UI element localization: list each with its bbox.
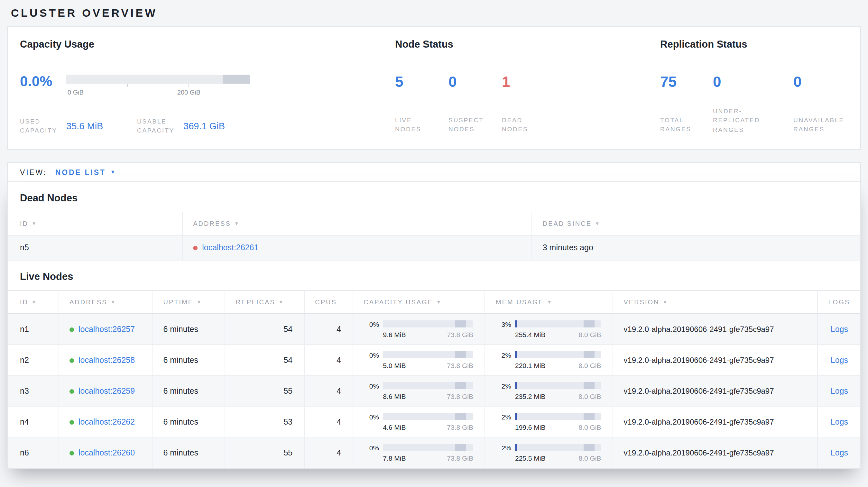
- node-address-cell: localhost:26257: [59, 314, 153, 345]
- mem-bar-marker: [584, 382, 594, 389]
- node-address-link[interactable]: localhost:26262: [79, 417, 135, 426]
- node-address-link[interactable]: localhost:26259: [79, 386, 135, 395]
- live-col-header-id[interactable]: ID▼: [8, 290, 59, 314]
- node-mem-usage-cell: 2% 199.6 MiB8.0 GiB: [485, 406, 613, 437]
- dead-nodes-label: DEAD NODES: [502, 116, 555, 134]
- logs-link[interactable]: Logs: [831, 386, 848, 395]
- capacity-usage-bar: [383, 444, 473, 451]
- capacity-usage-bar: [383, 320, 473, 327]
- view-dropdown-value: NODE LIST: [55, 168, 106, 176]
- used-capacity-label: USED CAPACITY: [20, 117, 66, 135]
- sort-arrow-icon: ▼: [595, 221, 601, 226]
- cluster-summary-card: Capacity Usage 0.0% 0 GiB 200 GiB: [7, 26, 861, 150]
- mem-usage-bar: [515, 320, 601, 327]
- node-id-cell: n4: [8, 406, 59, 437]
- node-id-cell: n6: [8, 437, 59, 468]
- node-id-cell: n3: [8, 376, 59, 406]
- node-capacity-usage-cell: 0% 4.6 MiB73.8 GiB: [353, 406, 485, 437]
- live-nodes-table: ID▼ ADDRESS▼ UPTIME▼ REPLICAS▼ CPUS CAPA…: [8, 290, 860, 468]
- node-version-cell: v19.2.0-alpha.20190606-2491-gfe735c9a97: [613, 376, 817, 406]
- capacity-usage-bar: [383, 413, 473, 420]
- capacity-usage-section: Capacity Usage 0.0% 0 GiB 200 GiB: [20, 39, 395, 149]
- sort-arrow-icon: ▼: [234, 221, 240, 226]
- logs-link[interactable]: Logs: [831, 417, 848, 426]
- mem-used-value: 235.2 MiB: [515, 392, 546, 400]
- node-id-cell: n2: [8, 345, 59, 376]
- mem-usage-bar: [515, 444, 601, 451]
- capacity-percent-label: 0%: [364, 351, 379, 359]
- capacity-percent-value: 0.0%: [20, 75, 66, 89]
- node-replicas-cell: 54: [225, 314, 304, 345]
- dead-col-header-id[interactable]: ID▼: [8, 212, 182, 235]
- logs-link[interactable]: Logs: [831, 325, 848, 333]
- node-address-cell: localhost:26260: [59, 437, 153, 468]
- mem-usage-bar: [515, 382, 601, 389]
- live-col-header-capacity-usage[interactable]: CAPACITY USAGE▼: [353, 290, 485, 314]
- node-capacity-usage-cell: 0% 7.8 MiB73.8 GiB: [353, 437, 485, 468]
- node-uptime-cell: 6 minutes: [153, 376, 225, 406]
- node-capacity-usage-cell: 0% 9.6 MiB73.8 GiB: [353, 314, 485, 345]
- mem-bar-marker: [584, 413, 594, 420]
- live-status-icon: [69, 420, 74, 424]
- logs-link[interactable]: Logs: [831, 355, 848, 364]
- capacity-total-value: 73.8 GiB: [447, 454, 473, 462]
- capacity-gauge: 0 GiB 200 GiB: [66, 75, 250, 95]
- node-id-cell: n5: [8, 235, 182, 260]
- mem-usage-bar: [515, 413, 601, 420]
- capacity-percent-label: 0%: [364, 413, 379, 420]
- capacity-bar-marker: [455, 351, 466, 358]
- capacity-percent-label: 0%: [364, 320, 379, 328]
- mem-bar-marker: [584, 444, 594, 451]
- live-status-icon: [69, 451, 74, 455]
- usable-capacity-value: 369.1 GiB: [183, 121, 225, 132]
- capacity-total-value: 73.8 GiB: [447, 392, 473, 400]
- live-col-header-address[interactable]: ADDRESS▼: [59, 290, 153, 314]
- node-mem-usage-cell: 2% 225.5 MiB8.0 GiB: [485, 437, 613, 468]
- capacity-used-value: 5.0 MiB: [383, 361, 406, 369]
- capacity-bar-marker: [455, 413, 466, 420]
- node-mem-usage-cell: 2% 235.2 MiB8.0 GiB: [485, 376, 613, 406]
- mem-bar-marker: [584, 320, 594, 327]
- capacity-used-value: 4.6 MiB: [383, 423, 406, 431]
- capacity-total-value: 73.8 GiB: [447, 361, 473, 369]
- page-title: CLUSTER OVERVIEW: [7, 0, 861, 20]
- view-selector-bar: VIEW: NODE LIST ▼: [7, 162, 861, 182]
- live-col-header-uptime[interactable]: UPTIME▼: [153, 290, 225, 314]
- total-ranges-count: 75: [660, 75, 713, 90]
- live-col-header-cpus: CPUS: [304, 290, 353, 314]
- node-status-section: Node Status 5 LIVE NODES 0 SUSPECT NODES…: [395, 39, 660, 149]
- mem-percent-label: 2%: [496, 351, 511, 359]
- node-address-cell: localhost:26261: [182, 235, 532, 260]
- node-replicas-cell: 53: [225, 406, 304, 437]
- node-address-link[interactable]: localhost:26257: [79, 325, 135, 333]
- live-col-header-mem-usage[interactable]: MEM USAGE▼: [485, 290, 613, 314]
- live-col-header-version[interactable]: VERSION▼: [613, 290, 817, 314]
- node-cpus-cell: 4: [304, 345, 353, 376]
- node-address-link[interactable]: localhost:26261: [202, 243, 258, 252]
- node-address-link[interactable]: localhost:26258: [79, 355, 135, 364]
- logs-link[interactable]: Logs: [831, 448, 848, 457]
- live-status-icon: [69, 389, 74, 393]
- replication-status-title: Replication Status: [660, 39, 854, 50]
- unavailable-ranges-stat: 0 UNAVAILABLE RANGES: [793, 75, 847, 134]
- mem-total-value: 8.0 GiB: [579, 330, 601, 338]
- node-uptime-cell: 6 minutes: [153, 314, 225, 345]
- view-dropdown[interactable]: NODE LIST ▼: [55, 168, 117, 176]
- dead-nodes-count: 1: [502, 75, 555, 90]
- dead-col-header-address[interactable]: ADDRESS▼: [182, 212, 532, 235]
- mem-usage-bar: [515, 351, 601, 358]
- dead-since-cell: 3 minutes ago: [532, 235, 860, 260]
- node-version-cell: v19.2.0-alpha.20190606-2491-gfe735c9a97: [613, 345, 817, 376]
- axis-label-mid: 200 GiB: [177, 89, 200, 96]
- dead-nodes-table: ID▼ ADDRESS▼ DEAD SINCE▼ n5 localhost:26…: [8, 212, 860, 261]
- used-capacity-stat: USED CAPACITY 35.6 MiB: [20, 117, 137, 135]
- mem-total-value: 8.0 GiB: [579, 392, 601, 400]
- live-col-header-replicas[interactable]: REPLICAS▼: [225, 290, 304, 314]
- dead-col-header-dead-since[interactable]: DEAD SINCE▼: [532, 212, 860, 235]
- capacity-percent-label: 0%: [364, 444, 379, 451]
- capacity-gauge-axis: 0 GiB 200 GiB: [66, 84, 250, 95]
- live-nodes-count: 5: [395, 75, 448, 90]
- node-address-link[interactable]: localhost:26260: [79, 448, 135, 457]
- sort-arrow-icon: ▼: [111, 299, 117, 305]
- node-cpus-cell: 4: [304, 314, 353, 345]
